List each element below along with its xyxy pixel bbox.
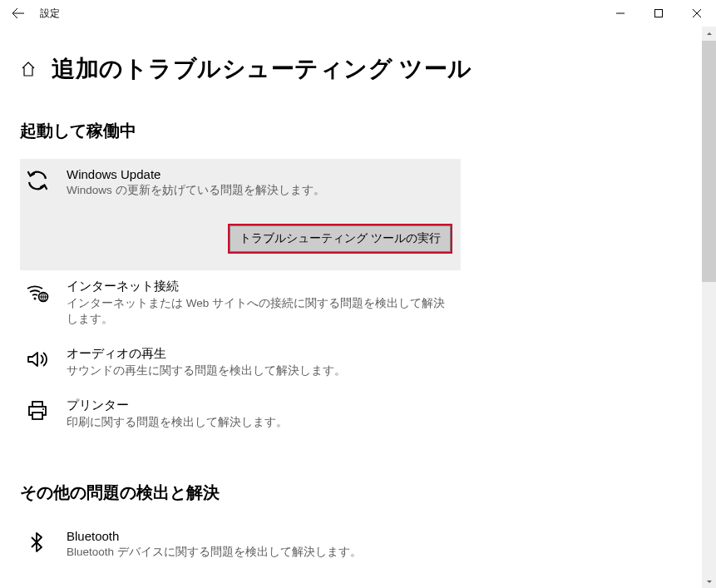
window-title: 設定 bbox=[40, 7, 60, 21]
item-desc: インターネットまたは Web サイトへの接続に関する問題を検出して解決します。 bbox=[67, 296, 452, 328]
item-title: インターネット接続 bbox=[67, 279, 452, 294]
minimize-button[interactable] bbox=[601, 0, 639, 27]
home-button[interactable] bbox=[20, 61, 37, 77]
item-title: オーディオの再生 bbox=[67, 346, 452, 362]
item-body: Bluetooth Bluetooth デバイスに関する問題を検出して解決します… bbox=[67, 529, 461, 561]
section-title-running: 起動して稼働中 bbox=[20, 120, 716, 142]
close-button[interactable] bbox=[678, 0, 716, 27]
item-desc: Windows の更新を妨げている問題を解決します。 bbox=[67, 183, 452, 199]
scrollbar-up-button[interactable] bbox=[702, 27, 716, 41]
content-area: 追加のトラブルシューティング ツール 起動して稼働中 Windows Updat… bbox=[0, 27, 716, 588]
back-button[interactable] bbox=[12, 7, 25, 20]
internet-icon bbox=[25, 280, 50, 305]
svg-rect-0 bbox=[655, 10, 663, 17]
run-button-row: トラブルシューティング ツールの実行 bbox=[67, 224, 452, 254]
page-title: 追加のトラブルシューティング ツール bbox=[52, 53, 472, 85]
windows-update-icon bbox=[25, 169, 50, 194]
item-title: Windows Update bbox=[67, 167, 452, 181]
item-printer[interactable]: プリンター 印刷に関する問題を検出して解決します。 bbox=[20, 389, 461, 441]
minimize-icon bbox=[616, 9, 625, 17]
scrollbar-thumb[interactable] bbox=[702, 41, 716, 282]
titlebar-left: 設定 bbox=[12, 7, 60, 21]
run-troubleshooter-button[interactable]: トラブルシューティング ツールの実行 bbox=[228, 224, 452, 254]
svg-point-7 bbox=[42, 408, 44, 410]
maximize-icon bbox=[654, 9, 663, 17]
titlebar: 設定 bbox=[0, 0, 716, 27]
chevron-up-icon bbox=[705, 30, 714, 38]
close-icon bbox=[693, 9, 701, 17]
bluetooth-icon bbox=[25, 531, 50, 556]
svg-rect-6 bbox=[32, 413, 42, 419]
item-body: インターネット接続 インターネットまたは Web サイトへの接続に関する問題を検… bbox=[67, 279, 461, 328]
item-bluetooth[interactable]: Bluetooth Bluetooth デバイスに関する問題を検出して解決します… bbox=[20, 521, 461, 571]
item-internet[interactable]: インターネット接続 インターネットまたは Web サイトへの接続に関する問題を検… bbox=[20, 270, 461, 338]
svg-point-1 bbox=[34, 297, 37, 299]
maximize-button[interactable] bbox=[639, 0, 678, 27]
item-body: Windows Update Windows の更新を妨げている問題を解決します… bbox=[67, 167, 461, 254]
item-title: Bluetooth bbox=[67, 529, 452, 543]
back-arrow-icon bbox=[12, 7, 25, 20]
item-windows-update[interactable]: Windows Update Windows の更新を妨げている問題を解決します… bbox=[20, 159, 461, 270]
scrollbar-down-button[interactable] bbox=[702, 574, 716, 588]
chevron-down-icon bbox=[705, 577, 714, 586]
item-body: オーディオの再生 サウンドの再生に関する問題を検出して解決します。 bbox=[67, 346, 461, 379]
item-desc: サウンドの再生に関する問題を検出して解決します。 bbox=[67, 363, 452, 379]
item-audio[interactable]: オーディオの再生 サウンドの再生に関する問題を検出して解決します。 bbox=[20, 338, 461, 389]
scrollbar[interactable] bbox=[702, 27, 716, 588]
printer-icon bbox=[25, 399, 50, 424]
item-body: プリンター 印刷に関する問題を検出して解決します。 bbox=[67, 398, 461, 431]
section-title-other: その他の問題の検出と解決 bbox=[20, 482, 716, 504]
home-icon bbox=[20, 61, 37, 77]
item-title: プリンター bbox=[67, 398, 452, 413]
item-desc: 印刷に関する問題を検出して解決します。 bbox=[67, 415, 452, 431]
audio-icon bbox=[25, 348, 50, 373]
item-desc: Bluetooth デバイスに関する問題を検出して解決します。 bbox=[67, 545, 452, 561]
page-header: 追加のトラブルシューティング ツール bbox=[20, 53, 716, 85]
window-controls bbox=[601, 0, 716, 27]
